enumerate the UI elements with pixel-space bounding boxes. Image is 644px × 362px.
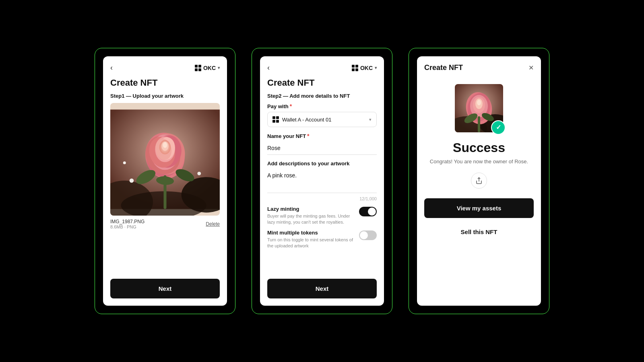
okc-grid-icon-s2 xyxy=(352,65,358,71)
view-assets-button[interactable]: View my assets xyxy=(424,198,534,218)
screen2-title: Create NFT xyxy=(260,76,384,93)
pay-with-label: Pay with * xyxy=(267,103,377,109)
okc-dropdown-s2: ▾ xyxy=(375,66,377,70)
next-button-s1[interactable]: Next xyxy=(110,279,220,298)
file-info-row: IMG_1987.PNG 8.6MB · PNG Delete xyxy=(103,216,227,232)
screen1-header: ‹ OKC ▾ xyxy=(103,56,227,76)
screen1-card: ‹ OKC ▾ Create NFT Step1 — Upload your a… xyxy=(103,56,227,306)
wallet-chevron: ▾ xyxy=(369,117,372,122)
screen3-header: Create NFT ✕ xyxy=(417,56,541,76)
wallet-icon xyxy=(272,116,279,123)
sell-nft-button[interactable]: Sell this NFT xyxy=(424,223,534,241)
okc-dropdown-s1: ▾ xyxy=(218,66,220,70)
back-button-s2[interactable]: ‹ xyxy=(267,64,270,72)
screen2-header: ‹ OKC ▾ xyxy=(260,56,384,76)
description-textarea[interactable]: A pink rose. xyxy=(267,169,377,193)
share-icon xyxy=(475,177,483,184)
mint-multiple-row: Mint multiple tokens Turn on this toggle… xyxy=(267,230,377,249)
mint-multiple-knob xyxy=(360,231,368,239)
file-name: IMG_1987.PNG xyxy=(110,219,144,224)
next-button-s2[interactable]: Next xyxy=(267,279,377,298)
file-meta: 8.6MB · PNG xyxy=(110,224,144,229)
screen1-outline: ‹ OKC ▾ Create NFT Step1 — Upload your a… xyxy=(95,48,235,314)
lazy-minting-row: Lazy minting Buyer will pay the minting … xyxy=(267,206,377,226)
screen1-title: Create NFT xyxy=(103,76,227,93)
lazy-minting-left: Lazy minting Buyer will pay the minting … xyxy=(267,206,359,226)
lazy-minting-toggle[interactable] xyxy=(359,207,377,216)
success-heading: Success xyxy=(453,140,505,155)
okc-badge-s2[interactable]: OKC ▾ xyxy=(352,65,377,71)
okc-badge-s1[interactable]: OKC ▾ xyxy=(195,65,220,71)
svg-rect-23 xyxy=(163,175,166,209)
required-dot-2: * xyxy=(307,133,309,139)
share-button[interactable] xyxy=(471,173,487,189)
svg-point-5 xyxy=(197,172,201,175)
screen2-card: ‹ OKC ▾ Create NFT Step2 — Add more deta… xyxy=(260,56,384,306)
success-checkmark: ✓ xyxy=(491,120,506,135)
mint-multiple-desc: Turn on this toggle to mint several toke… xyxy=(267,237,354,249)
wallet-left: Wallet A - Account 01 xyxy=(272,116,331,123)
screen3-card: Create NFT ✕ xyxy=(417,56,541,306)
wallet-select-dropdown[interactable]: Wallet A - Account 01 ▾ xyxy=(267,112,377,127)
mint-multiple-toggle[interactable] xyxy=(359,230,377,240)
required-dot-1: * xyxy=(290,103,292,109)
lazy-minting-desc: Buyer will pay the minting gas fees. Und… xyxy=(267,213,354,226)
svg-rect-35 xyxy=(478,116,480,132)
step1-label: Step1 — Upload your artwork xyxy=(103,93,227,103)
close-button[interactable]: ✕ xyxy=(528,64,534,72)
lazy-minting-knob xyxy=(368,208,376,216)
wallet-value: Wallet A - Account 01 xyxy=(282,117,331,123)
form-section: Pay with * Wallet A - Account 01 ▾ Name … xyxy=(260,103,384,272)
lazy-minting-title: Lazy minting xyxy=(267,206,354,212)
artwork-upload-area[interactable] xyxy=(110,103,220,216)
okc-label-s2: OKC xyxy=(360,65,373,71)
svg-point-32 xyxy=(477,100,481,105)
okc-grid-icon-s1 xyxy=(195,65,201,71)
mint-multiple-left: Mint multiple tokens Turn on this toggle… xyxy=(267,230,359,249)
svg-point-4 xyxy=(130,179,134,183)
success-description: Congrats! You are now the owner of Rose. xyxy=(430,158,528,165)
screen3-outline: Create NFT ✕ xyxy=(409,48,549,314)
nft-name-label: Name your NFT * xyxy=(267,133,377,139)
svg-point-19 xyxy=(163,142,167,148)
mint-multiple-title: Mint multiple tokens xyxy=(267,230,354,236)
char-count: 12/1,000 xyxy=(267,196,377,201)
delete-button[interactable]: Delete xyxy=(206,221,220,227)
screen3-title: Create NFT xyxy=(424,64,463,72)
screen2-outline: ‹ OKC ▾ Create NFT Step2 — Add more deta… xyxy=(252,48,392,314)
step2-label: Step2 — Add more details to NFT xyxy=(260,93,384,103)
back-button-s1[interactable]: ‹ xyxy=(110,64,113,72)
description-label: Add descriptions to your artwork xyxy=(267,160,377,167)
okc-label-s1: OKC xyxy=(203,65,216,71)
nft-image-wrapper: ✓ xyxy=(455,84,503,132)
nft-name-input[interactable] xyxy=(267,142,377,155)
success-content: ✓ Success Congrats! You are now the owne… xyxy=(417,76,541,306)
file-details: IMG_1987.PNG 8.6MB · PNG xyxy=(110,219,144,229)
svg-point-6 xyxy=(123,161,126,164)
rose-artwork-image xyxy=(110,103,220,216)
check-icon: ✓ xyxy=(496,124,501,131)
